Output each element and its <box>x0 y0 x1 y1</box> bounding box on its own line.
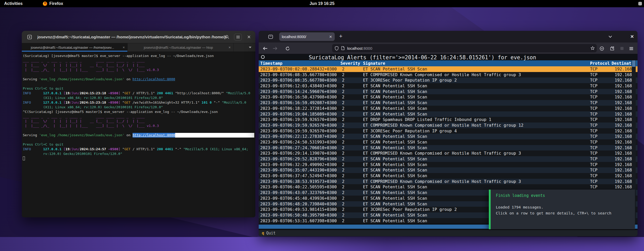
table-row[interactable]: 2023-09-03T06:19:04.185089+0300 2 ET SCA… <box>259 111 638 117</box>
table-row[interactable]: 2023-09-03T06:18:22.372814+0300 2 ET SCA… <box>259 106 638 111</box>
column-header-severity[interactable]: Severity <box>340 60 360 66</box>
notification-title: Finish loading events <box>496 193 545 198</box>
table-row[interactable]: 2023-09-03T06:40:22.505595+0300 2 ET SCA… <box>259 184 638 190</box>
search-icon <box>225 35 229 39</box>
browser-tab-localhost[interactable]: localhost:8000/ ✕ <box>279 32 335 41</box>
cell-destination: 192.168. <box>615 66 634 72</box>
terminal-text-segment <box>31 91 43 96</box>
firefox-nav-toolbar: localhost:8000 <box>259 42 638 54</box>
terminal-close-button[interactable] <box>245 34 253 40</box>
window-close-button[interactable]: ✕ <box>630 34 634 39</box>
cell-timestamp: 2023-09-03T06:08:35.667780+0300 <box>260 72 337 78</box>
arrow-left-icon <box>263 47 268 50</box>
activities-button[interactable]: Activities <box>4 1 23 6</box>
terminal-text-segment: ^C(SuricataLog) [josevnz@dmaf5 master]$ … <box>23 110 218 114</box>
table-row[interactable]: 2023-09-03T06:19:59.926570+0300 2 ET 3CO… <box>259 128 638 134</box>
cell-severity: 2 <box>342 179 345 184</box>
footer-key-action[interactable]: Quit <box>266 231 276 235</box>
footer-key-binding[interactable]: q <box>262 231 264 235</box>
table-row[interactable]: 2023-09-03T06:38:53.919573+0300 2 ET COM… <box>259 179 638 184</box>
cell-destination: 192.168. <box>615 89 634 95</box>
bookmark-star-button[interactable] <box>591 46 595 50</box>
back-button[interactable] <box>262 45 268 52</box>
notification-toast[interactable]: Finish loading events Loaded 1794 messag… <box>489 190 635 229</box>
tab-close-icon[interactable]: × <box>229 45 231 49</box>
terminal-titlebar[interactable]: josevnz@dmaf5:~/SuricataLog/master — /ho… <box>22 31 255 43</box>
terminal-text-segment: /Jun/ <box>70 147 80 152</box>
terminal-output[interactable]: (SuricataLog) [josevnz@dmaf5 master]$ ev… <box>22 52 255 163</box>
terminal-text-segment: 19 <box>65 100 70 105</box>
extension-addon-icon[interactable] <box>619 45 625 52</box>
terminal-search-button[interactable] <box>223 34 231 40</box>
table-row[interactable]: 2023-09-03T06:08:35.667780+0300 2 ET 3CO… <box>259 77 638 83</box>
table-row[interactable]: 2023-09-03T00:02:08.288432+0300 2 ET SCA… <box>259 66 638 72</box>
table-row[interactable]: 2023-09-03T06:16:59.492087+0300 2 ET SCA… <box>259 100 638 106</box>
app-footer: qQuit <box>259 230 638 236</box>
cell-severity: 2 <box>342 207 345 212</box>
cell-signature: ET 3CORESec Poor Reputation IP group 2 <box>363 207 457 212</box>
firefox-view-icon <box>268 34 273 39</box>
table-row[interactable]: 2023-09-03T06:16:50.437908+0300 2 ET SCA… <box>259 94 638 100</box>
app-menu-button[interactable] <box>628 45 634 52</box>
tab-close-icon[interactable]: × <box>123 45 125 49</box>
new-tab-button[interactable] <box>25 33 34 41</box>
column-header-timestamp[interactable]: Timestamp <box>260 60 283 66</box>
column-header-destination[interactable]: Destinat <box>612 60 631 66</box>
terminal-text-segment: 19 <box>65 147 70 152</box>
loading-spinner-icon <box>261 55 265 59</box>
focused-app-menu[interactable]: Firefox <box>43 1 63 6</box>
cell-protocol: TCP <box>590 156 598 162</box>
table-row[interactable]: 2023-09-03T06:32:29.490902+0300 2 ET SCA… <box>259 162 638 168</box>
list-all-tabs-button[interactable] <box>608 35 612 38</box>
table-row[interactable]: 2023-09-03T06:19:59.926570+0300 2 ET DRO… <box>259 117 638 123</box>
new-tab-button[interactable]: + <box>339 33 342 40</box>
table-row[interactable]: 2023-09-03T06:12:03.438403+0300 2 ET SCA… <box>259 83 638 89</box>
url-bar[interactable]: localhost:8000 <box>332 44 597 52</box>
terminal-text-segment: 101 0 <box>202 100 212 105</box>
terminal-line: | |___ \/ | | | |__| | __ [__ |___ |__/ … <box>23 119 254 124</box>
cell-signature: ET SCAN Potential SSH Scan <box>363 145 427 151</box>
cell-timestamp: 2023-09-03T06:08:35.667780+0300 <box>260 77 337 83</box>
column-header-protocol[interactable]: Protocol <box>590 60 610 66</box>
tab-close-icon[interactable]: ✕ <box>329 35 332 39</box>
table-row[interactable]: 2023-09-03T06:29:52.828796+0300 2 ET SCA… <box>259 156 638 162</box>
cell-protocol: TCP <box>590 145 598 151</box>
terminal-link[interactable]: http://localhost:8000 <box>133 77 175 82</box>
status-tray-icon[interactable] <box>638 2 642 5</box>
table-row[interactable]: 2023-09-03T06:37:47.524947+0300 2 ET SCA… <box>259 173 638 179</box>
table-row[interactable]: 2023-09-03T06:14:24.596076+0300 2 ET SCA… <box>259 89 638 95</box>
column-header-signature[interactable]: Signature <box>363 60 385 66</box>
pocket-button[interactable] <box>599 45 605 52</box>
terminal-link[interactable]: http://localhost:8000 <box>133 133 175 138</box>
table-row[interactable]: 2023-09-03T06:19:59.926570+0300 2 ET COM… <box>259 123 638 128</box>
extensions-button[interactable] <box>609 45 615 52</box>
reload-button[interactable] <box>284 45 291 52</box>
terminal-tab-htop[interactable]: josevnz@dmaf5:~/SuricataLog/master — hto… <box>128 43 234 52</box>
table-row[interactable]: 2023-09-03T06:35:07.443190+0300 2 ET SCA… <box>259 167 638 173</box>
firefox-view-button[interactable] <box>268 34 273 39</box>
plus-square-icon <box>27 35 32 39</box>
terminal-menu-button[interactable] <box>234 34 242 40</box>
table-row[interactable]: 2023-09-03T06:27:24.706010+0300 2 ET SCA… <box>259 145 638 151</box>
cell-protocol: TCP <box>590 83 598 89</box>
cell-signature: ET SCAN Potential SSH Scan <box>363 218 427 224</box>
clock[interactable]: Jun 19 16:25 <box>310 1 334 6</box>
terminal-line: Serving 'eve_log /home/josevnz/Downloads… <box>23 77 254 82</box>
cell-signature: ET COMPROMISED Known Compromised or Host… <box>363 179 521 184</box>
cell-severity: 2 <box>342 100 345 106</box>
terminal-tab-active[interactable]: josevnz@dmaf5:~/SuricataLog/master — /ho… <box>22 43 128 52</box>
table-row[interactable]: 2023-09-03T06:29:14.139070+0300 2 ET COM… <box>259 150 638 156</box>
cell-destination: 192.168. <box>615 128 634 134</box>
cell-timestamp: 2023-09-03T06:35:07.443190+0300 <box>260 167 337 173</box>
table-row[interactable]: 2023-09-03T06:24:50.531993+0300 2 ET SCA… <box>259 139 638 145</box>
page-info-icon[interactable] <box>341 46 345 50</box>
forward-button[interactable] <box>272 45 278 52</box>
terminal-window-title: josevnz@dmaf5:~/SuricataLog/master — /ho… <box>37 35 227 39</box>
tab-list-dropdown[interactable] <box>234 43 255 52</box>
table-header[interactable]: Timestamp Severity Signature Protocol De… <box>259 60 638 66</box>
table-row[interactable]: 2023-09-03T06:22:12.278387+0300 2 ET SCA… <box>259 134 638 139</box>
cell-severity: 2 <box>342 201 345 207</box>
scrollbar-thumb[interactable] <box>632 60 635 67</box>
shield-icon[interactable] <box>335 46 339 51</box>
table-row[interactable]: 2023-09-03T06:08:35.667780+0300 2 ET COM… <box>259 72 638 78</box>
